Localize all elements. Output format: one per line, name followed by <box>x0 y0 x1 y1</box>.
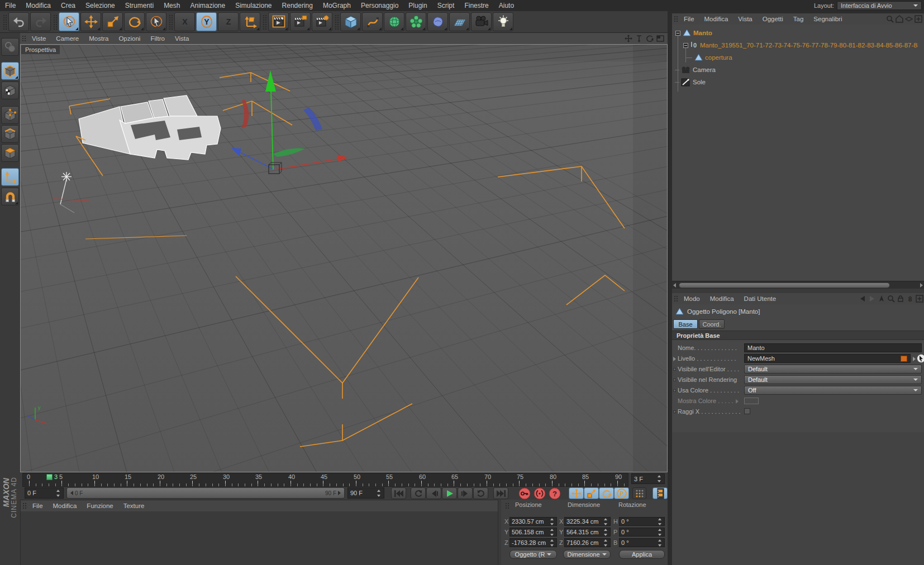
add-spline-button[interactable] <box>362 12 383 31</box>
add-box-icon[interactable] <box>913 15 923 23</box>
points-mode-button[interactable] <box>1 106 19 124</box>
add-camera-button[interactable] <box>471 12 492 31</box>
key-scale-button[interactable] <box>584 487 599 499</box>
texture-mode-button[interactable] <box>1 82 19 99</box>
apply-button[interactable]: Applica <box>619 550 665 559</box>
drag-handle[interactable] <box>673 295 678 303</box>
lock-z-axis-button[interactable]: Z <box>218 12 239 31</box>
spinner-icon[interactable] <box>603 518 608 525</box>
key-rotation-button[interactable] <box>599 487 614 499</box>
spinner-icon[interactable] <box>657 475 662 482</box>
scale-button[interactable] <box>102 12 123 31</box>
menu-strumenti[interactable]: Strumenti <box>120 0 159 11</box>
light-object-icon[interactable] <box>681 78 690 87</box>
add-light-button[interactable] <box>493 12 513 31</box>
goto-start-button[interactable] <box>391 487 406 499</box>
menu-mesh[interactable]: Mesh <box>159 0 185 11</box>
render-picture-viewer-button[interactable] <box>290 12 311 31</box>
record-keyframe-button[interactable] <box>517 487 532 499</box>
add-box-icon[interactable] <box>915 294 924 303</box>
keyframe-dot-icon[interactable] <box>673 368 676 371</box>
vp-menu-opzioni[interactable]: Opzioni <box>113 35 145 42</box>
dim-z-field[interactable]: 7160.26 cm <box>564 538 611 547</box>
drag-handle[interactable] <box>262 14 266 30</box>
menu-file[interactable]: File <box>0 0 21 11</box>
object-label[interactable]: Camera <box>693 66 716 73</box>
mat-menu-funzione[interactable]: Funzione <box>82 502 118 509</box>
layer-menu-icon[interactable] <box>913 357 916 361</box>
expand-arrow-icon[interactable] <box>673 357 676 361</box>
make-editable-button[interactable] <box>1 38 19 56</box>
orbit-view-icon[interactable] <box>646 35 654 42</box>
add-floor-button[interactable] <box>449 12 470 31</box>
drag-handle[interactable] <box>504 502 509 509</box>
drag-handle[interactable] <box>673 15 678 23</box>
play-backward-button[interactable] <box>411 487 426 499</box>
previous-frame-button[interactable] <box>426 487 441 499</box>
add-cube-button[interactable] <box>340 12 361 31</box>
object-label[interactable]: copertura <box>705 54 732 61</box>
viewport-scene[interactable]: y Prospettiva <box>20 44 668 472</box>
tree-row-manto[interactable]: Manto <box>672 27 712 39</box>
drag-handle[interactable] <box>334 14 339 30</box>
am-menu-modo[interactable]: Modo <box>679 295 705 302</box>
coord-target-dropdown[interactable]: Oggetto (R <box>509 550 557 559</box>
model-mode-button[interactable] <box>1 62 19 80</box>
drag-handle[interactable] <box>22 502 26 510</box>
goto-end-button[interactable] <box>493 487 508 499</box>
vp-menu-viste[interactable]: Viste <box>27 35 51 42</box>
axis-mode-button[interactable] <box>1 168 19 186</box>
spinner-icon[interactable] <box>603 529 608 536</box>
menu-finestre[interactable]: Finestre <box>459 0 493 11</box>
keyframe-dot-icon[interactable] <box>673 410 676 413</box>
object-label[interactable]: Sole <box>693 79 706 85</box>
object-label[interactable]: Manto <box>693 30 712 36</box>
keyframe-selection-button[interactable] <box>632 487 646 499</box>
tree-row-manto-319551[interactable]: 0 Manto_319551_70-71-72-73-74-75-76-77-7… <box>672 39 918 51</box>
scroll-left-icon[interactable] <box>673 283 676 288</box>
key-position-button[interactable] <box>569 487 584 499</box>
search-icon[interactable] <box>886 294 896 303</box>
menu-rendering[interactable]: Rendering <box>277 0 318 11</box>
timeline-ruler[interactable]: 0 5 10 15 20 25 30 35 40 45 50 55 60 65 … <box>22 473 628 487</box>
history-back-icon[interactable] <box>858 294 867 303</box>
coordinate-system-button[interactable] <box>240 12 260 31</box>
add-array-button[interactable] <box>406 12 426 31</box>
livello-field[interactable]: NewMesh <box>744 354 911 363</box>
add-deformer-button[interactable] <box>427 12 448 31</box>
menu-simulazione[interactable]: Simulazione <box>230 0 277 11</box>
camera-object-icon[interactable] <box>681 66 690 74</box>
rot-p-field[interactable]: 0 ° <box>619 528 665 537</box>
dim-x-field[interactable]: 3225.34 cm <box>564 517 611 526</box>
menu-plugin[interactable]: Plugin <box>403 0 432 11</box>
motion-mode-button[interactable] <box>652 487 668 499</box>
spinner-icon[interactable] <box>377 490 382 497</box>
usa-colore-dropdown[interactable]: Off <box>744 386 922 395</box>
menu-modifica[interactable]: Modifica <box>21 0 56 11</box>
coord-mode-dropdown[interactable]: Dimensione <box>563 550 611 559</box>
nome-field[interactable]: Manto <box>744 343 922 352</box>
drag-handle[interactable] <box>2 14 7 30</box>
keying-options-button[interactable]: ? <box>547 487 562 499</box>
current-frame-field[interactable]: 3 F <box>631 473 665 484</box>
key-parameter-button[interactable]: P <box>614 487 629 499</box>
am-menu-dati-utente[interactable]: Dati Utente <box>739 295 782 302</box>
cursor-mode-icon[interactable] <box>877 294 886 303</box>
render-view-button[interactable] <box>268 12 289 31</box>
mat-menu-texture[interactable]: Texture <box>118 502 150 509</box>
visibile-rendering-dropdown[interactable]: Default <box>744 375 922 384</box>
vp-menu-mostra[interactable]: Mostra <box>84 35 113 42</box>
om-menu-modifica[interactable]: Modifica <box>699 16 734 22</box>
tab-coord[interactable]: Coord. <box>699 319 725 329</box>
dolly-view-icon[interactable] <box>635 35 643 42</box>
pos-y-field[interactable]: 506.158 cm <box>509 528 557 537</box>
section-header[interactable]: Proprietà Base <box>672 331 924 340</box>
vp-menu-camere[interactable]: Camere <box>51 35 84 42</box>
rot-h-field[interactable]: 0 ° <box>619 517 665 526</box>
lock-x-axis-button[interactable]: X <box>174 12 195 31</box>
polygons-mode-button[interactable] <box>1 144 19 162</box>
lock-y-axis-button[interactable]: Y <box>196 12 217 31</box>
render-settings-button[interactable] <box>312 12 332 31</box>
view-label[interactable]: Prospettiva <box>21 45 60 54</box>
menu-crea[interactable]: Crea <box>56 0 80 11</box>
